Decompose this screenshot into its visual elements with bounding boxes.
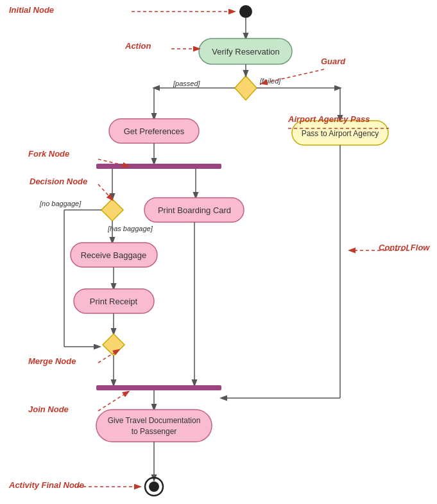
guard-has-baggage-label: [has baggage] xyxy=(107,225,153,232)
guard-passed-label: [passed] xyxy=(173,80,201,87)
decision-diamond-top xyxy=(235,76,257,100)
get-preferences-label: Get Preferences xyxy=(124,126,185,136)
decision-node-label: Decision Node xyxy=(30,177,87,186)
initial-node-circle xyxy=(239,5,252,18)
diagram-svg: Verify Reservation [passed] [failed] Get… xyxy=(0,0,437,504)
activity-final-label: Activity Final Node xyxy=(9,480,84,490)
print-boarding-label: Print Boarding Card xyxy=(158,205,231,215)
receive-baggage-label: Receive Baggage xyxy=(81,250,147,260)
control-flow-label: Control Flow xyxy=(379,243,429,252)
merge-node-label: Merge Node xyxy=(28,356,76,366)
airport-agency-label: Pass to Airport Agency xyxy=(302,129,379,138)
give-travel-box xyxy=(96,410,212,442)
verify-reservation-label: Verify Reservation xyxy=(212,47,280,56)
diagram-container: Verify Reservation [passed] [failed] Get… xyxy=(0,0,437,504)
merge-diamond xyxy=(103,334,124,356)
fork-node-label: Fork Node xyxy=(28,149,69,159)
print-receipt-label: Print Receipt xyxy=(90,297,138,306)
final-node-inner xyxy=(149,482,159,492)
give-travel-label-1: Give Travel Documentation xyxy=(108,416,201,425)
airport-agency-pass-label: Airport Agency Pass xyxy=(288,114,370,124)
join-bar xyxy=(96,385,221,390)
dash-join xyxy=(98,392,128,411)
give-travel-label-2: to Passenger xyxy=(132,427,177,436)
dash-decision xyxy=(98,184,112,200)
guard-no-baggage-label: [no baggage] xyxy=(39,200,81,207)
guard-label: Guard xyxy=(321,56,345,66)
decision-diamond-baggage xyxy=(101,199,123,221)
join-node-label: Join Node xyxy=(28,404,69,414)
fork-bar xyxy=(96,164,221,169)
dash-guard xyxy=(262,69,324,83)
guard-failed-label: [failed] xyxy=(259,77,281,85)
action-label: Action xyxy=(125,41,151,51)
initial-node-label: Initial Node xyxy=(9,5,54,15)
